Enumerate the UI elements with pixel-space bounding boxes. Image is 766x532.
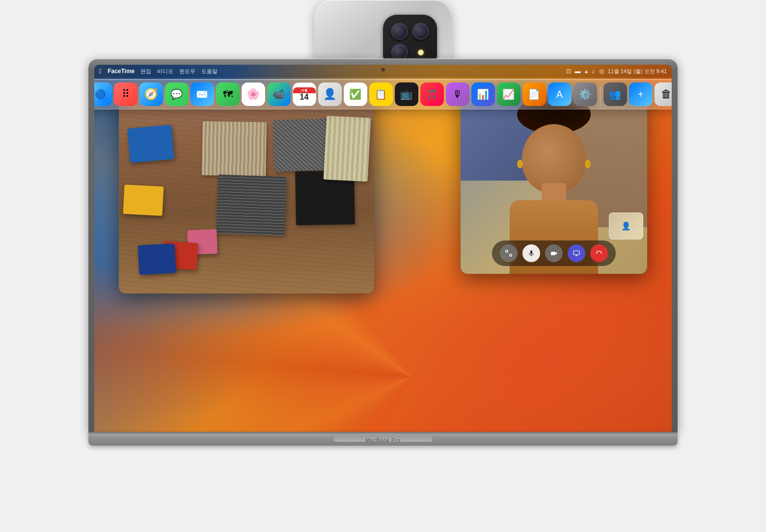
dock-item-facetime[interactable]: 📹 [267, 82, 291, 106]
macbook:  FaceTime 편집 비디오 윈도우 도움말 ⊡ ▬ ▴ ⌕ [88, 59, 678, 446]
dock-item-addons[interactable]: + [629, 82, 653, 106]
svg-rect-1 [506, 250, 508, 252]
camera-lens-main [391, 23, 408, 40]
wifi-icon[interactable]: ▴ [585, 68, 588, 75]
dock-item-notes[interactable]: 📋 [369, 82, 393, 106]
menubar-right: ⊡ ▬ ▴ ⌕ ◎ 11월 14일 (월) 오전 9:41 [566, 68, 667, 75]
dock-item-settings[interactable]: ⚙️ [574, 82, 597, 106]
dock-item-contacts[interactable]: 👤 [318, 82, 342, 106]
dock-item-tv[interactable]: 📺 [395, 82, 418, 106]
menubar-left:  FaceTime 편집 비디오 윈도우 도움말 [99, 67, 218, 75]
fabric-swatch-gray [273, 118, 331, 172]
blue-block [127, 125, 174, 163]
macbook-model-label: MacBook Pro [365, 438, 400, 443]
yellow-block [123, 185, 164, 216]
camera-button[interactable] [545, 244, 563, 262]
mute-button[interactable] [522, 244, 540, 262]
earring-left [517, 160, 523, 168]
menubar:  FaceTime 편집 비디오 윈도우 도움말 ⊡ ▬ ▴ ⌕ [94, 65, 672, 78]
dock-item-pages[interactable]: 📄 [522, 82, 546, 106]
macbook-hinge [88, 432, 678, 434]
scene:  FaceTime 편집 비디오 윈도우 도움말 ⊡ ▬ ▴ ⌕ [0, 0, 766, 532]
macbook-screen-outer:  FaceTime 편집 비디오 윈도우 도움말 ⊡ ▬ ▴ ⌕ [88, 59, 678, 432]
dock-item-calendar[interactable]: 11월 14 [293, 82, 316, 106]
menubar-app-name[interactable]: FaceTime [108, 68, 135, 75]
dock-item-messages[interactable]: 💬 [165, 82, 189, 106]
macos-desktop:  FaceTime 편집 비디오 윈도우 도움말 ⊡ ▬ ▴ ⌕ [94, 65, 672, 432]
menubar-window[interactable]: 윈도우 [179, 68, 195, 75]
camera-lens-telephoto [412, 23, 429, 40]
search-icon[interactable]: ⌕ [592, 68, 595, 75]
facetime-person-window[interactable]: 데스크부 👤 [461, 87, 647, 274]
dock-item-podcasts[interactable]: 🎙 [446, 82, 469, 106]
fullscreen-button[interactable] [500, 244, 518, 262]
fabric-swatch-dark-gray [216, 175, 287, 236]
self-view-pip[interactable]: 👤 [609, 213, 643, 239]
dock-item-launchpad[interactable]: ⠿ [114, 82, 137, 106]
end-call-button[interactable] [590, 244, 608, 262]
dock-item-mail[interactable]: ✉️ [191, 82, 214, 106]
cobalt-block [137, 243, 176, 275]
dock-item-reminders[interactable]: ✅ [344, 82, 367, 106]
fabric-swatch-beige [202, 121, 267, 176]
dock-item-keynote[interactable]: 📊 [471, 82, 495, 106]
dock-item-maps[interactable]: 🗺 [216, 82, 240, 106]
dock: 🔵 ⠿ 🧭 [94, 78, 672, 113]
dock-item-appstore[interactable]: A [548, 82, 572, 106]
facetime-shared-window[interactable]: ⊡ [119, 87, 374, 293]
dock-item-screen-sharing[interactable]: 👥 [603, 82, 627, 106]
macbook-base: MacBook Pro [88, 432, 678, 446]
facetime-video-feed: 데스크부 👤 [461, 87, 647, 274]
dock-container: 🔵 ⠿ 🧭 [94, 79, 672, 109]
menubar-datetime: 11월 14일 (월) 오전 9:41 [608, 68, 667, 75]
menubar-video[interactable]: 비디오 [157, 68, 173, 75]
dock-separator [600, 86, 601, 106]
menubar-edit[interactable]: 편집 [140, 68, 151, 75]
siri-icon[interactable]: ◎ [599, 68, 604, 75]
facetime-controls [492, 240, 616, 266]
fabric-swatch-light [324, 116, 371, 182]
dock-item-finder[interactable]: 🔵 [94, 82, 112, 106]
shared-screen-content: ⊡ [119, 87, 374, 293]
earring-right [585, 160, 591, 168]
apple-menu-icon[interactable]:  [99, 67, 102, 75]
menubar-help[interactable]: 도움말 [201, 68, 218, 75]
share-screen-button[interactable] [568, 244, 585, 262]
flash-dot [418, 50, 424, 55]
camera-flash [412, 44, 429, 61]
screen-mirroring-icon[interactable]: ⊡ [566, 68, 571, 75]
macbook-bezel:  FaceTime 편집 비디오 윈도우 도움말 ⊡ ▬ ▴ ⌕ [94, 65, 672, 432]
dock-item-safari[interactable]: 🧭 [139, 82, 163, 106]
battery-icon: ▬ [575, 68, 581, 75]
svg-rect-4 [551, 252, 555, 255]
svg-text:🔵: 🔵 [95, 89, 106, 100]
dock-item-numbers[interactable]: 📈 [497, 82, 520, 106]
dock-item-trash[interactable]: 🗑 [655, 82, 672, 106]
svg-rect-5 [574, 251, 579, 255]
camera-lens-ultrawide [391, 44, 408, 61]
person-head [522, 124, 586, 193]
svg-rect-2 [510, 254, 512, 256]
dock-item-music[interactable]: 🎵 [420, 82, 444, 106]
dock-item-photos[interactable]: 🌸 [242, 82, 265, 106]
